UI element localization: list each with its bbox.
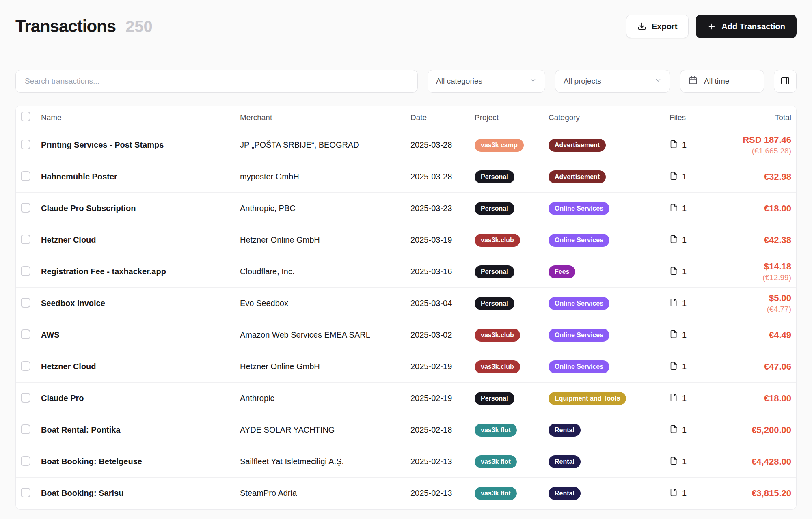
transaction-total: $5.00(€4.77) [713, 293, 791, 314]
projects-select[interactable]: All projects [555, 70, 670, 93]
table-row[interactable]: Hetzner CloudHetzner Online GmbH2025-03-… [16, 224, 796, 256]
row-checkbox[interactable] [21, 488, 30, 497]
file-icon [669, 172, 678, 182]
table-row[interactable]: Boat Rental: PontikaAYDE SOLAR YACHTING2… [16, 414, 796, 446]
transaction-merchant: Anthropic, PBC [240, 204, 410, 213]
category-badge[interactable]: Fees [549, 265, 575, 278]
file-icon [669, 267, 678, 277]
files-count: 1 [682, 235, 687, 245]
transaction-total: €18.00 [713, 203, 791, 214]
column-header-merchant: Merchant [240, 113, 410, 122]
table-row[interactable]: Claude Pro SubscriptionAnthropic, PBC202… [16, 193, 796, 224]
file-icon [669, 488, 678, 499]
project-badge[interactable]: Personal [475, 392, 514, 405]
transaction-total-amount: RSD 187.46 [743, 135, 791, 145]
project-badge[interactable]: vas3k flot [475, 455, 517, 468]
transaction-date: 2025-03-16 [410, 267, 475, 276]
category-badge[interactable]: Rental [549, 455, 581, 468]
table-row[interactable]: Boat Booking: BetelgeuseSailfleet Yat Is… [16, 446, 796, 478]
columns-toggle-button[interactable] [774, 70, 797, 93]
category-badge[interactable]: Rental [549, 487, 581, 500]
transaction-merchant: Anthropic [240, 394, 410, 403]
project-badge[interactable]: Personal [475, 170, 514, 183]
files-count: 1 [682, 362, 687, 371]
files-count: 1 [682, 457, 687, 466]
project-badge[interactable]: vas3k flot [475, 487, 517, 500]
categories-select[interactable]: All categories [428, 70, 545, 93]
row-checkbox[interactable] [21, 329, 30, 339]
column-header-category: Category [549, 113, 669, 122]
filters-bar: All categories All projects All time [15, 70, 797, 93]
row-checkbox[interactable] [21, 298, 30, 308]
transaction-total-converted: (€1,665.28) [752, 146, 791, 155]
categories-select-value: All categories [436, 77, 482, 86]
category-badge[interactable]: Advertisement [549, 139, 606, 152]
project-badge[interactable]: Personal [475, 297, 514, 310]
file-icon [669, 425, 678, 435]
category-badge[interactable]: Advertisement [549, 170, 606, 183]
transaction-name: Boat Booking: Betelgeuse [41, 457, 240, 466]
table-row[interactable]: AWSAmazon Web Services EMEA SARL2025-03-… [16, 319, 796, 351]
file-icon [669, 393, 678, 404]
file-icon [669, 203, 678, 214]
project-badge[interactable]: vas3k.club [475, 329, 520, 342]
row-checkbox[interactable] [21, 235, 30, 244]
column-header-files: Files [669, 113, 713, 122]
date-range-button[interactable]: All time [680, 70, 764, 93]
files-cell: 1 [669, 140, 713, 151]
category-badge[interactable]: Online Services [549, 234, 609, 247]
project-badge[interactable]: vas3k.club [475, 360, 520, 373]
files-count: 1 [682, 204, 687, 213]
transaction-merchant: JP „POŠTA SRBIJE“, BEOGRAD [240, 140, 410, 150]
project-badge[interactable]: vas3k flot [475, 424, 517, 437]
files-count: 1 [682, 330, 687, 340]
category-badge[interactable]: Online Services [549, 297, 609, 310]
columns-icon [780, 76, 790, 87]
row-checkbox[interactable] [21, 203, 30, 213]
table-row[interactable]: Hahnemühle Postermyposter GmbH2025-03-28… [16, 161, 796, 193]
search-input[interactable] [15, 70, 418, 93]
add-transaction-button[interactable]: Add Transaction [696, 15, 797, 38]
transaction-name: Printing Services - Post Stamps [41, 140, 240, 150]
project-badge[interactable]: Personal [475, 202, 514, 215]
files-cell: 1 [669, 172, 713, 182]
project-badge[interactable]: Personal [475, 265, 514, 278]
files-cell: 1 [669, 488, 713, 499]
transaction-merchant: Amazon Web Services EMEA SARL [240, 330, 410, 340]
table-row[interactable]: Registration Fee - taxhacker.appCloudfla… [16, 256, 796, 288]
transaction-merchant: myposter GmbH [240, 172, 410, 181]
row-checkbox[interactable] [21, 456, 30, 466]
row-checkbox[interactable] [21, 140, 30, 149]
project-badge[interactable]: vas3k.club [475, 234, 520, 247]
row-checkbox[interactable] [21, 424, 30, 434]
files-cell: 1 [669, 330, 713, 340]
category-badge[interactable]: Equipment and Tools [549, 392, 626, 405]
transaction-date: 2025-03-04 [410, 299, 475, 308]
files-cell: 1 [669, 235, 713, 246]
row-checkbox[interactable] [21, 393, 30, 403]
category-badge[interactable]: Rental [549, 424, 581, 437]
files-cell: 1 [669, 298, 713, 309]
table-row[interactable]: Seedbox InvoiceEvo Seedbox2025-03-04Pers… [16, 288, 796, 319]
select-all-checkbox[interactable] [21, 112, 30, 121]
table-row[interactable]: Printing Services - Post StampsJP „POŠTA… [16, 129, 796, 161]
transaction-merchant: Cloudflare, Inc. [240, 267, 410, 276]
files-count: 1 [682, 267, 687, 276]
transaction-total-amount: €5,200.00 [752, 425, 791, 435]
transaction-total-amount: $14.18 [764, 261, 791, 272]
category-badge[interactable]: Online Services [549, 202, 609, 215]
transaction-date: 2025-03-02 [410, 330, 475, 340]
export-button[interactable]: Export [626, 15, 689, 38]
column-header-total: Total [713, 113, 791, 122]
project-badge[interactable]: vas3k camp [475, 139, 524, 152]
row-checkbox[interactable] [21, 361, 30, 371]
row-checkbox[interactable] [21, 266, 30, 276]
transaction-name: Boat Booking: Sarisu [41, 489, 240, 498]
transaction-name: Claude Pro Subscription [41, 204, 240, 213]
row-checkbox[interactable] [21, 171, 30, 181]
table-row[interactable]: Hetzner CloudHetzner Online GmbH2025-02-… [16, 351, 796, 383]
table-row[interactable]: Boat Booking: SarisuSteamPro Adria2025-0… [16, 478, 796, 509]
category-badge[interactable]: Online Services [549, 360, 609, 373]
table-row[interactable]: Claude ProAnthropic2025-02-19PersonalEqu… [16, 383, 796, 414]
category-badge[interactable]: Online Services [549, 329, 609, 342]
